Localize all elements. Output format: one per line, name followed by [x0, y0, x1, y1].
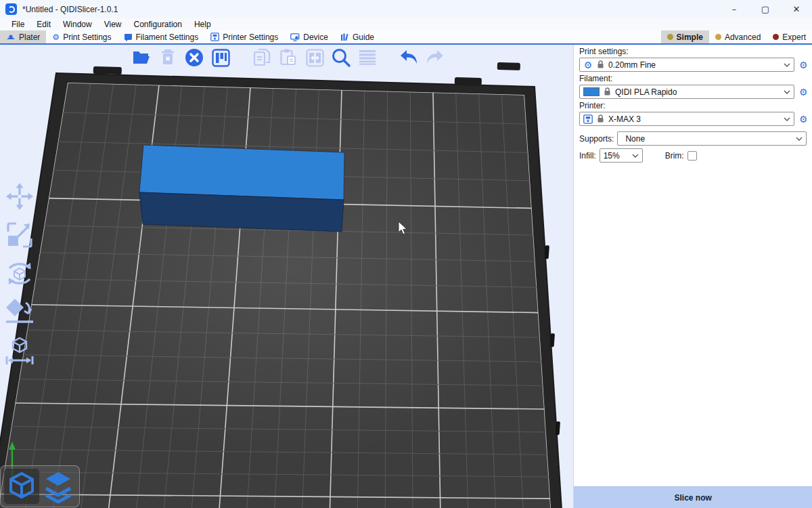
delete-button[interactable]	[158, 47, 178, 68]
preview-layers-view-button[interactable]	[41, 469, 76, 504]
menu-edit[interactable]: Edit	[30, 20, 57, 29]
filament-label: Filament:	[574, 72, 812, 85]
editor-3d-view-button[interactable]	[4, 469, 39, 504]
printer-icon	[210, 33, 219, 41]
tabbar: Plater ⚙ Print Settings Filament Setting…	[0, 30, 812, 45]
tab-printer-settings[interactable]: Printer Settings	[204, 30, 284, 43]
guide-icon	[340, 33, 349, 41]
undo-button[interactable]	[399, 47, 419, 68]
gear-icon: ⚙	[583, 59, 593, 71]
infill-combo[interactable]: 15%	[600, 148, 643, 163]
print-settings-value: 0.20mm Fine	[608, 60, 780, 70]
supports-label: Supports:	[579, 134, 614, 144]
maximize-button[interactable]: ▢	[750, 0, 781, 18]
mode-simple[interactable]: Simple	[661, 30, 709, 43]
menubar: File Edit Window View Configuration Help	[0, 18, 812, 30]
measure-tool-button[interactable]	[4, 336, 35, 366]
minimize-button[interactable]: –	[719, 0, 750, 18]
main-toolbar	[131, 47, 445, 68]
rotate-tool-button[interactable]	[4, 259, 35, 289]
brim-label: Brim:	[665, 151, 684, 161]
delete-all-button[interactable]	[184, 47, 204, 68]
chevron-down-icon	[796, 137, 803, 141]
advanced-mode-dot-icon	[715, 34, 721, 40]
redo-button[interactable]	[425, 47, 445, 68]
chevron-down-icon	[632, 154, 639, 158]
mouse-cursor	[398, 221, 409, 238]
mode-advanced[interactable]: Advanced	[709, 30, 767, 43]
3d-viewport[interactable]	[0, 45, 574, 508]
tab-plater[interactable]: Plater	[0, 30, 46, 43]
printer-gear-button[interactable]: ⚙	[797, 113, 809, 125]
tab-print-settings[interactable]: ⚙ Print Settings	[46, 30, 117, 43]
copy-button[interactable]	[252, 47, 272, 68]
paste-button[interactable]	[278, 47, 298, 68]
supports-value: None	[621, 134, 792, 144]
slice-now-button[interactable]: Slice now	[574, 486, 812, 508]
settings-sidebar: Print settings: ⚙ 0.20mm Fine ⚙ Filament…	[574, 45, 812, 508]
filament-gear-button[interactable]: ⚙	[797, 86, 809, 98]
printer-label: Printer:	[574, 99, 812, 112]
expert-mode-dot-icon	[773, 34, 779, 40]
tab-guide[interactable]: Guide	[334, 30, 380, 43]
close-button[interactable]: ✕	[781, 0, 812, 18]
lock-icon	[604, 87, 611, 96]
print-settings-combo[interactable]: ⚙ 0.20mm Fine	[579, 58, 794, 72]
mode-switcher: Simple Advanced Expert	[661, 30, 812, 43]
view-toggle-panel	[0, 465, 80, 507]
tab-filament-settings[interactable]: Filament Settings	[118, 30, 205, 43]
simple-mode-dot-icon	[667, 34, 673, 40]
menu-window[interactable]: Window	[57, 20, 98, 29]
mode-expert[interactable]: Expert	[767, 30, 812, 43]
menu-view[interactable]: View	[98, 20, 128, 29]
supports-combo[interactable]: None	[617, 131, 807, 146]
print-bed-canvas	[0, 45, 574, 508]
gizmo-toolbar	[4, 182, 35, 366]
chevron-down-icon	[784, 90, 790, 94]
filament-value: QIDI PLA Rapido	[615, 87, 780, 97]
open-project-button[interactable]	[131, 47, 152, 68]
lock-icon	[597, 60, 604, 69]
window-title: *Untitled - QIDISlicer-1.0.1	[22, 5, 118, 14]
brim-checkbox[interactable]	[687, 151, 697, 161]
arrange-button[interactable]	[210, 47, 231, 68]
chevron-down-icon	[784, 117, 790, 121]
print-settings-gear-button[interactable]: ⚙	[797, 59, 809, 71]
gear-icon: ⚙	[52, 33, 60, 42]
printer-value: X-MAX 3	[608, 114, 780, 124]
qidislicer-window: *Untitled - QIDISlicer-1.0.1 – ▢ ✕ File …	[0, 0, 812, 508]
lock-icon	[597, 114, 604, 123]
infill-value: 15%	[604, 151, 628, 161]
menu-help[interactable]: Help	[188, 20, 217, 29]
move-tool-button[interactable]	[4, 182, 35, 211]
printer-icon	[583, 114, 593, 124]
place-on-face-tool-button[interactable]	[4, 297, 35, 327]
app-logo-icon	[5, 3, 17, 15]
filament-color-swatch	[583, 87, 600, 96]
variable-layer-height-button[interactable]	[357, 47, 378, 68]
scale-tool-button[interactable]	[4, 220, 35, 250]
printer-combo[interactable]: X-MAX 3	[579, 112, 794, 126]
split-to-objects-button[interactable]	[304, 47, 325, 68]
menu-configuration[interactable]: Configuration	[128, 20, 188, 29]
filament-combo[interactable]: QIDI PLA Rapido	[579, 85, 794, 99]
infill-label: Infill:	[579, 151, 596, 161]
search-button[interactable]	[331, 47, 351, 68]
device-icon	[290, 33, 300, 41]
chevron-down-icon	[784, 63, 790, 67]
tab-device[interactable]: Device	[284, 30, 334, 43]
menu-file[interactable]: File	[5, 20, 30, 29]
filament-icon	[124, 33, 133, 41]
titlebar: *Untitled - QIDISlicer-1.0.1 – ▢ ✕	[0, 0, 812, 18]
plater-icon	[6, 33, 16, 41]
print-settings-label: Print settings:	[574, 45, 812, 58]
